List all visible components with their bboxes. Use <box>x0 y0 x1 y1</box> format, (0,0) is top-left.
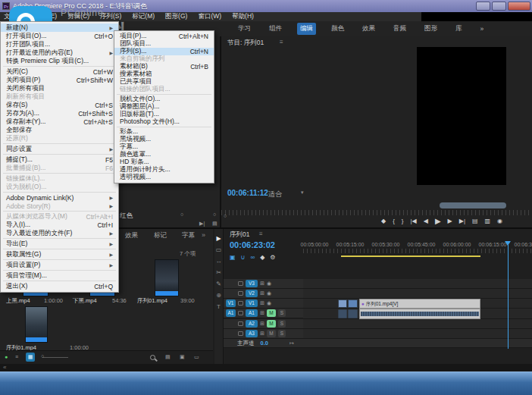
workspace-graphics[interactable]: 图形 <box>421 23 440 35</box>
workspace-effects[interactable]: 效果 <box>359 23 378 35</box>
sync-lock-icon[interactable]: ⊞ <box>260 331 264 337</box>
lock-icon[interactable] <box>238 281 243 286</box>
close-button[interactable] <box>508 2 530 11</box>
tool-razor[interactable]: ✂ <box>216 269 221 276</box>
clip-name[interactable]: 下黑.mp4 <box>73 297 97 305</box>
program-scrollbar[interactable] <box>440 202 506 208</box>
timeline-audio-clip[interactable] <box>338 309 347 318</box>
mute-button-a2[interactable]: M <box>267 320 276 328</box>
mute-button-a3[interactable]: M <box>267 330 276 337</box>
eye-icon[interactable]: ◉ <box>267 281 271 287</box>
sync-lock-icon[interactable]: ⊞ <box>260 281 264 287</box>
snap-icon[interactable]: ∪ <box>241 254 246 261</box>
track-target-a2[interactable]: A2 <box>246 320 258 328</box>
track-target-v1[interactable]: V1 <box>246 299 258 307</box>
program-timecode[interactable]: 00:06:11:12 <box>227 189 268 197</box>
clip-name[interactable]: 上黑.mp4 <box>6 297 30 305</box>
track-v3-content[interactable] <box>303 279 532 289</box>
menu-item-export[interactable]: 导出(E)▶ <box>1 240 118 248</box>
workspace-overflow-icon[interactable]: » <box>477 24 487 34</box>
mute-button-a1[interactable]: M <box>267 309 276 317</box>
menu-item-close[interactable]: 关闭(C)Ctrl+W <box>1 67 118 76</box>
solo-button-a2[interactable]: S <box>278 320 286 328</box>
export-frame-icon[interactable]: ◉ <box>497 218 502 224</box>
lock-icon[interactable] <box>238 331 243 336</box>
go-to-in-icon[interactable]: |◀ <box>411 218 417 224</box>
drag-audio-icon[interactable]: ○ <box>213 212 216 217</box>
track-target-v2[interactable]: V2 <box>246 290 258 297</box>
linked-selection-icon[interactable]: ∞ <box>250 254 255 261</box>
list-view-icon[interactable]: ≡ <box>15 354 18 359</box>
solo-button-a3[interactable]: S <box>278 330 286 337</box>
submenu-item-photoshop-file[interactable]: Photoshop 文件(H)... <box>114 118 214 126</box>
timeline-clip[interactable] <box>348 299 358 308</box>
timeline-audio-clip[interactable] <box>348 309 358 318</box>
extract-icon[interactable]: ▥ <box>485 218 491 224</box>
clip-name[interactable]: 序列01.mp4 <box>137 297 167 305</box>
panel-menu-icon[interactable]: ≡ <box>280 39 283 45</box>
tab-markers[interactable]: 标记 <box>154 231 167 240</box>
tab-effects[interactable]: 效果 <box>125 231 138 240</box>
eye-icon[interactable]: ◉ <box>267 290 271 296</box>
menu-item-import-recent[interactable]: 导入最近使用的文件(F)▶ <box>1 229 118 237</box>
tool-hand[interactable]: ⊕ <box>216 292 221 299</box>
tool-type[interactable]: T <box>217 303 221 310</box>
menu-item-capture[interactable]: 捕捉(T)...F5 <box>1 155 118 164</box>
clip-thumbnail[interactable] <box>155 259 179 296</box>
new-bin-icon[interactable]: ▤ <box>165 354 171 360</box>
menu-graphics[interactable]: 图形(G) <box>165 12 187 21</box>
playhead[interactable] <box>508 241 509 349</box>
scrub-knob-icon[interactable]: ○ <box>224 213 227 218</box>
add-marker-icon[interactable]: ◆ <box>381 218 386 224</box>
timeline-tab[interactable]: 序列01 <box>230 230 249 240</box>
sync-lock-icon[interactable]: ⊞ <box>260 290 264 296</box>
menu-item-open-team-project[interactable]: 打开团队项目... <box>1 40 118 49</box>
tab-overflow-icon[interactable]: » <box>202 231 205 239</box>
timeline-settings-icon[interactable]: ⚙ <box>270 254 275 261</box>
source-patch-empty[interactable] <box>226 280 236 287</box>
track-target-a1[interactable]: A1 <box>246 309 258 317</box>
zoom-slider-knob[interactable]: ○ <box>41 353 44 359</box>
workspace-color[interactable]: 颜色 <box>328 23 347 35</box>
menu-window[interactable]: 窗口(W) <box>198 12 221 21</box>
work-area-bar[interactable] <box>341 255 480 257</box>
track-a2-content[interactable] <box>303 319 532 329</box>
mark-out-icon[interactable]: } <box>402 218 404 224</box>
workspace-editing[interactable]: 编辑 <box>297 23 316 35</box>
track-target-a3[interactable]: A3 <box>246 330 258 337</box>
menu-item-get-properties[interactable]: 获取属性(G)▶ <box>1 250 118 259</box>
menu-item-open-project[interactable]: 打开项目(O)...Ctrl+O <box>1 32 118 40</box>
timeline-video-clip[interactable]: ● 序列01.mp4[V] <box>359 299 480 309</box>
menu-item-new[interactable]: 新建(N)▶ <box>1 24 118 32</box>
chevron-down-icon[interactable]: ▾ <box>301 190 304 196</box>
mark-in-icon[interactable]: { <box>393 218 395 224</box>
sync-lock-icon[interactable]: ⊞ <box>260 321 264 327</box>
menu-item-close-all-projects[interactable]: 关闭所有项目 <box>1 84 118 92</box>
add-marker-icon[interactable]: ◆ <box>260 254 264 261</box>
trash-icon[interactable]: ▭ <box>194 354 199 360</box>
program-monitor-tab[interactable]: 节目: 序列01 <box>227 39 264 48</box>
track-v2-content[interactable] <box>303 289 532 299</box>
lock-icon[interactable] <box>238 301 243 306</box>
source-patch-empty[interactable] <box>226 290 236 297</box>
workspace-libraries[interactable]: 库 <box>452 23 465 35</box>
maximize-button[interactable] <box>492 2 506 11</box>
play-proxy-icon[interactable]: ▶| <box>199 221 205 227</box>
menu-item-convert-clip-project[interactable]: 转换 Premiere Clip 项目(C)... <box>1 57 118 65</box>
menu-item-save-copy[interactable]: 保存副本(Y)...Ctrl+Alt+S <box>1 118 118 126</box>
menu-item-dynamic-link[interactable]: Adobe Dynamic Link(K)▶ <box>1 193 118 202</box>
program-scrub-ruler[interactable] <box>221 210 532 215</box>
tool-selection[interactable]: ▶ <box>216 235 221 242</box>
clip-thumbnail[interactable] <box>25 306 48 343</box>
timeline-ruler[interactable] <box>303 249 532 253</box>
menu-item-sync-settings[interactable]: 同步设置▶ <box>1 145 118 153</box>
fit-sequence-icon[interactable]: ↦ <box>289 340 294 346</box>
master-level[interactable]: 0.0 <box>261 340 268 346</box>
source-patch-video[interactable]: V1 <box>226 299 236 307</box>
lock-icon[interactable] <box>238 321 243 326</box>
workspace-learn[interactable]: 学习 <box>235 23 254 35</box>
workspace-assembly[interactable]: 组件 <box>266 23 285 35</box>
export-proxy-icon[interactable]: ▤ <box>212 221 217 227</box>
go-to-out-icon[interactable]: ▶| <box>459 218 465 224</box>
tool-ripple-edit[interactable]: ↔ <box>216 258 222 265</box>
